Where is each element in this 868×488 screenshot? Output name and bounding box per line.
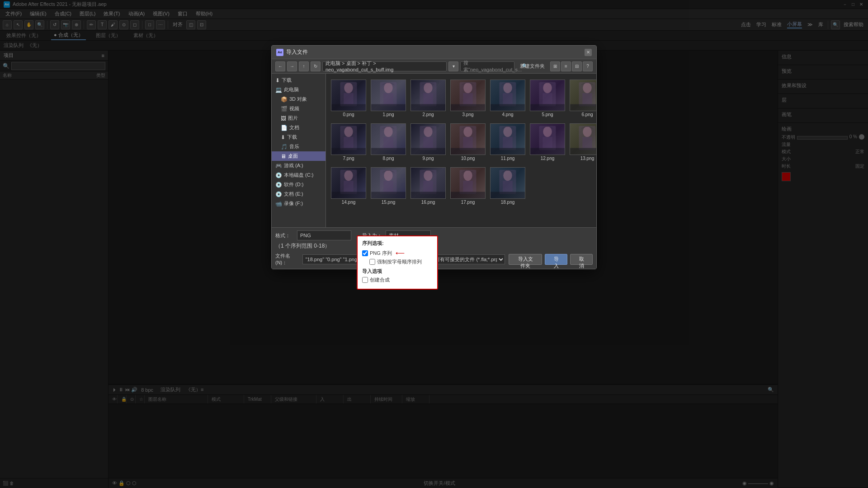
- view-list-btn[interactable]: ≡: [561, 61, 571, 71]
- svg-point-61: [384, 170, 392, 181]
- sidebar-pictures[interactable]: 🖼 图片: [272, 113, 326, 123]
- sidebar-thispc[interactable]: 💻 此电脑: [272, 85, 326, 94]
- nav-back-btn[interactable]: ←: [275, 61, 285, 71]
- svg-point-37: [424, 127, 432, 137]
- sidebar-documents[interactable]: 📄 文档: [272, 123, 326, 132]
- file-label-2: 2.png: [422, 112, 434, 117]
- file-thumb-11[interactable]: 11.png: [489, 121, 527, 163]
- file-thumb-3[interactable]: 3.png: [449, 77, 487, 119]
- file-sidebar: ⬇ 下载 💻 此电脑 📦 3D 对象 🎬 视频 🖼 图片: [272, 74, 326, 227]
- file-label-0: 0.png: [343, 112, 354, 117]
- create-comp-checkbox[interactable]: [362, 277, 368, 283]
- file-thumb-17[interactable]: 17.png: [449, 165, 487, 207]
- svg-rect-42: [463, 137, 472, 148]
- svg-rect-67: [411, 192, 445, 198]
- sidebar-video-f[interactable]: 📹 录像 (F:): [272, 199, 326, 208]
- pictures-icon: 🖼: [281, 115, 286, 122]
- svg-rect-47: [491, 148, 525, 155]
- nav-refresh-btn[interactable]: ↻: [311, 61, 321, 71]
- file-thumb-14[interactable]: 14.png: [330, 165, 368, 207]
- dialog-close-btn[interactable]: ✕: [585, 49, 592, 56]
- svg-point-65: [424, 170, 432, 181]
- png-seq-checkbox[interactable]: [362, 250, 368, 256]
- file-thumb-2[interactable]: 2.png: [409, 77, 447, 119]
- file-label-17: 17.png: [461, 200, 475, 205]
- create-comp-row: 创建合成: [362, 277, 433, 283]
- sidebar-local-c-label: 本地磁盘 (C:): [284, 172, 313, 178]
- games-icon: 🎮: [275, 163, 282, 169]
- svg-rect-3: [331, 104, 366, 111]
- sidebar-games[interactable]: 🎮 游戏 (A:): [272, 161, 326, 170]
- sidebar-video[interactable]: 🎬 视频: [272, 104, 326, 113]
- new-folder-btn[interactable]: 新建文件夹: [520, 63, 545, 70]
- import-folder-btn[interactable]: 导入文件夹: [509, 254, 542, 265]
- view-help-btn[interactable]: ?: [583, 61, 593, 71]
- file-thumb-10[interactable]: 10.png: [449, 121, 487, 163]
- seq-options-title: 序列选项:: [362, 240, 433, 247]
- svg-point-13: [463, 83, 472, 93]
- svg-rect-15: [451, 104, 485, 111]
- view-details-btn[interactable]: ⊟: [572, 61, 582, 71]
- format-input[interactable]: [297, 230, 351, 240]
- sidebar-download[interactable]: ⬇ 下载: [272, 75, 326, 85]
- file-thumb-0[interactable]: 0.png: [330, 77, 368, 119]
- svg-point-53: [583, 127, 591, 137]
- file-label-13: 13.png: [580, 156, 594, 161]
- nav-forward-btn[interactable]: →: [287, 61, 297, 71]
- file-label-5: 5.png: [542, 112, 553, 117]
- file-label-9: 9.png: [422, 156, 434, 161]
- cancel-btn[interactable]: 取消: [570, 254, 593, 265]
- sidebar-music[interactable]: 🎵 音乐: [272, 142, 326, 151]
- svg-rect-70: [463, 181, 472, 192]
- sidebar-docs-e[interactable]: 💿 文档 (E:): [272, 189, 326, 199]
- file-thumb-8[interactable]: 8.png: [369, 121, 407, 163]
- sidebar-download-label: 下载: [282, 77, 292, 84]
- disk-d-icon: 💿: [275, 182, 282, 188]
- force-alpha-checkbox[interactable]: [369, 259, 375, 265]
- file-thumb-18[interactable]: 18.png: [489, 165, 527, 207]
- filetype-select[interactable]: 所有可接受的文件 (*.fla;*.prpr: [433, 254, 505, 264]
- sidebar-desktop-label: 桌面: [288, 153, 298, 160]
- nav-up-btn[interactable]: ↑: [299, 61, 309, 71]
- sidebar-software-d[interactable]: 💿 软件 (D:): [272, 180, 326, 189]
- file-thumb-9[interactable]: 9.png: [409, 121, 447, 163]
- nav-search-btn[interactable]: ▾: [448, 61, 458, 71]
- file-thumb-5[interactable]: 5.png: [528, 77, 566, 119]
- filename-label: 文件名(N)：: [275, 253, 299, 266]
- svg-rect-31: [331, 148, 366, 155]
- svg-point-57: [344, 170, 353, 181]
- file-label-11: 11.png: [501, 156, 515, 161]
- sidebar-documents-label: 文档: [289, 124, 299, 131]
- file-label-16: 16.png: [421, 200, 435, 205]
- svg-rect-59: [331, 192, 366, 198]
- svg-rect-2: [344, 93, 353, 104]
- sidebar-music-label: 音乐: [289, 143, 299, 150]
- svg-rect-63: [371, 192, 406, 198]
- svg-point-25: [583, 83, 591, 93]
- file-grid: 0.png 1.png: [326, 74, 596, 227]
- file-thumb-6[interactable]: 6.png: [568, 77, 596, 119]
- file-nav-search[interactable]: 搜索"neo_vagabond_cut_s... 🔍: [460, 61, 514, 71]
- file-thumb-12[interactable]: 12.png: [528, 121, 566, 163]
- import-btn[interactable]: 导入: [545, 254, 567, 265]
- 3d-icon: 📦: [281, 96, 288, 103]
- sidebar-local-c[interactable]: 💿 本地磁盘 (C:): [272, 170, 326, 180]
- thispc-icon: 💻: [275, 87, 282, 93]
- sidebar-desktop[interactable]: 🖥 桌面: [272, 151, 326, 161]
- dialog-ae-logo: Ae: [276, 49, 283, 56]
- file-thumb-16[interactable]: 16.png: [409, 165, 447, 207]
- file-thumb-13[interactable]: 13.png: [568, 121, 596, 163]
- file-label-15: 15.png: [382, 200, 396, 205]
- file-thumb-7[interactable]: 7.png: [330, 121, 368, 163]
- dialog-overlay: Ae 导入文件 ✕ ← → ↑ ↻ 此电脑 > 桌面 > 补丁 > neo_va…: [0, 0, 868, 488]
- path-text: 此电脑 > 桌面 > 补丁 > neo_vagabond_cut_s_buff.…: [326, 60, 443, 72]
- format-label: 格式：: [275, 232, 293, 239]
- sidebar-downloads2[interactable]: ⬇ 下载: [272, 132, 326, 142]
- file-thumb-1[interactable]: 1.png: [369, 77, 407, 119]
- view-large-icon-btn[interactable]: ⊞: [550, 61, 560, 71]
- sidebar-3d-objects[interactable]: 📦 3D 对象: [272, 94, 326, 104]
- dialog-buttons: 导入文件夹 导入 取消: [509, 254, 593, 265]
- file-thumb-4[interactable]: 4.png: [489, 77, 527, 119]
- png-seq-label: PNG 序列: [370, 250, 392, 257]
- file-thumb-15[interactable]: 15.png: [369, 165, 407, 207]
